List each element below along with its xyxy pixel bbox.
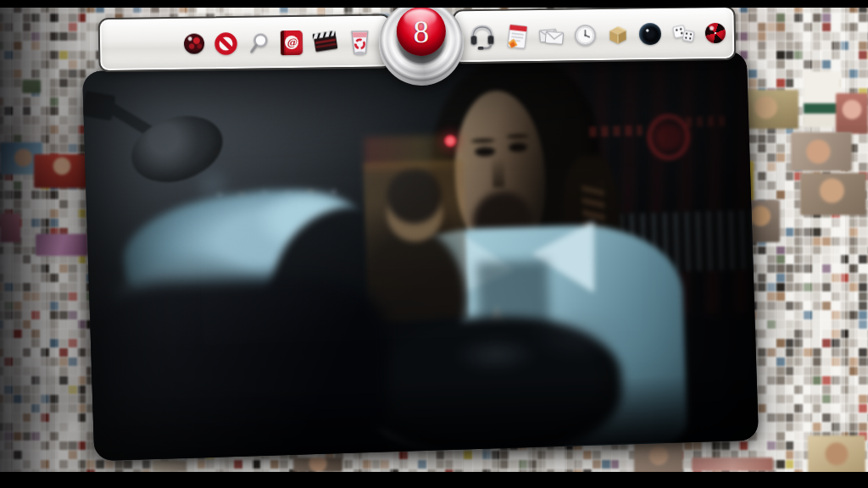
- search-icon[interactable]: [248, 31, 270, 54]
- eyebrow: [471, 138, 495, 143]
- letterbox-top: [0, 0, 868, 8]
- toolbar-reflection: [686, 115, 730, 127]
- screen-reflection-face: [364, 159, 469, 322]
- toolbar-reflection: [589, 125, 642, 137]
- letterbox-bottom: [0, 472, 868, 488]
- logo-number: 8: [413, 15, 429, 47]
- user-thumbnail: [34, 154, 90, 188]
- at-glyph: @: [285, 35, 298, 48]
- wall-shade-blob: [9, 368, 81, 434]
- eye: [509, 142, 527, 152]
- user-thumbnail: [153, 460, 186, 472]
- user-thumbnail: [0, 214, 20, 242]
- record-disc-icon[interactable]: [639, 23, 661, 45]
- screen: @: [0, 0, 868, 488]
- toolbar-right-section: [453, 6, 737, 64]
- toolbar: @: [98, 5, 733, 73]
- dice-icon[interactable]: [670, 22, 696, 44]
- contacts-book-icon[interactable]: @: [281, 30, 303, 54]
- user-thumbnail: [634, 439, 683, 476]
- user-thumbnail: [836, 93, 868, 134]
- red-globe-icon[interactable]: [184, 33, 204, 53]
- user-thumbnail: [293, 458, 342, 472]
- user-thumbnail: [800, 173, 866, 215]
- trash-icon[interactable]: [348, 27, 371, 55]
- block-icon[interactable]: [214, 31, 237, 54]
- nose-shadow: [492, 157, 504, 187]
- user-thumbnail: [22, 80, 41, 93]
- pinwheel-ball-icon[interactable]: [705, 23, 726, 43]
- video-feed[interactable]: [82, 51, 759, 461]
- package-icon[interactable]: [606, 23, 630, 46]
- clock-icon[interactable]: [574, 24, 597, 47]
- user-thumbnail: [791, 132, 852, 171]
- headset-icon[interactable]: [468, 23, 497, 50]
- video-scene: [82, 51, 759, 461]
- user-thumbnail: [36, 234, 88, 256]
- notepad-icon[interactable]: [506, 22, 529, 49]
- eye: [475, 147, 495, 157]
- mail-icon[interactable]: [538, 25, 565, 47]
- user-thumbnail: [692, 458, 773, 471]
- toolbar-left-section: @: [98, 14, 392, 72]
- eyebrow: [507, 134, 529, 139]
- clapperboard-icon[interactable]: [313, 30, 338, 53]
